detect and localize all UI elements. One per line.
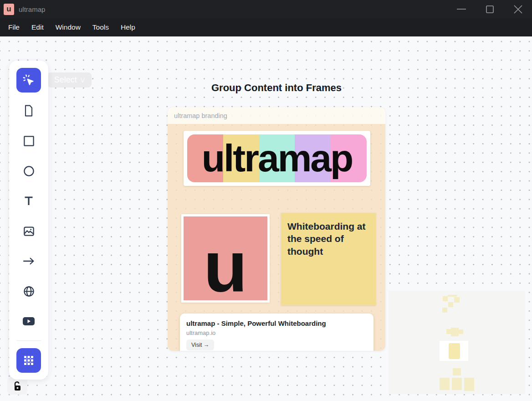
arrow-tool-button[interactable] [20, 252, 38, 270]
text-icon [23, 195, 34, 206]
whiteboard-canvas[interactable]: Select V [0, 36, 532, 401]
youtube-icon [22, 316, 36, 327]
link-preview-card[interactable]: ultramap - Simple, Powerful Whiteboardin… [180, 314, 373, 351]
select-tool-button[interactable] [16, 68, 41, 93]
mini-card-inner-shape [449, 343, 460, 359]
select-tool-tooltip: Select V [47, 72, 92, 87]
mini-sticky-shape [459, 329, 463, 334]
menu-tools[interactable]: Tools [87, 20, 115, 35]
mini-card-shape [440, 341, 468, 361]
mini-sticky-shape [451, 328, 459, 336]
close-button[interactable] [504, 0, 532, 18]
sticky-note[interactable]: Whiteboarding at the speed of thought [281, 213, 376, 305]
toolbar-divider [16, 340, 41, 341]
frame-partial-bottom-right[interactable] [389, 291, 525, 394]
frame-header: ultramap branding [168, 107, 385, 124]
rectangle-tool-button[interactable] [20, 132, 38, 150]
visit-button[interactable]: Visit → [186, 339, 214, 350]
mini-sticky-shape [448, 302, 453, 307]
image-tool-button[interactable] [20, 222, 38, 240]
video-tool-button[interactable] [20, 312, 38, 330]
titlebar[interactable]: u ultramap [0, 0, 532, 18]
document-icon [23, 104, 35, 117]
mini-sticky-shape [443, 296, 448, 301]
tool-palette [9, 61, 48, 380]
maximize-icon [486, 5, 494, 13]
circle-icon [23, 165, 35, 177]
mini-sticky-shape [440, 378, 450, 390]
templates-button[interactable] [16, 348, 41, 373]
logo-wordmark: ultramap [184, 134, 370, 182]
link-title: ultramap - Simple, Powerful Whiteboardin… [186, 319, 367, 327]
frame-label[interactable]: ultramap branding [174, 112, 227, 119]
rectangle-icon [23, 135, 35, 147]
text-tool-button[interactable] [20, 192, 38, 210]
tooltip-label: Select [54, 75, 77, 85]
globe-icon [23, 285, 35, 298]
menu-help[interactable]: Help [115, 20, 141, 35]
menu-window[interactable]: Window [50, 20, 87, 35]
mini-sticky-shape [442, 308, 447, 313]
mini-sticky-shape [464, 378, 474, 391]
web-embed-tool-button[interactable] [20, 282, 38, 300]
ellipse-tool-button[interactable] [20, 162, 38, 180]
arrow-icon [23, 256, 35, 266]
menu-file[interactable]: File [2, 20, 26, 35]
app-logo: u [4, 4, 14, 15]
app-title: ultramap [19, 5, 45, 13]
link-url: ultramap.io [186, 329, 367, 336]
logo-image-card[interactable]: ultramap [184, 131, 370, 186]
menubar: File Edit Window Tools Help [0, 18, 532, 36]
window-controls [447, 0, 532, 18]
document-tool-button[interactable] [20, 102, 38, 120]
lock-toggle[interactable] [7, 377, 27, 395]
close-icon [514, 5, 522, 14]
frame-ultramap-branding[interactable]: ultramap branding ultramap u Whiteboardi… [168, 107, 385, 351]
cursor-click-icon [22, 73, 36, 87]
mini-sticky-shape [453, 368, 461, 375]
template-grid-icon [23, 355, 35, 366]
u-logo-tile[interactable]: u [181, 214, 270, 303]
menu-edit[interactable]: Edit [26, 20, 50, 35]
mini-sticky-shape [454, 297, 460, 303]
canvas-heading-text[interactable]: Group Content into Frames [168, 82, 385, 94]
mini-sticky-shape [448, 295, 457, 297]
mini-sticky-shape [452, 378, 462, 390]
minimize-icon [457, 9, 466, 10]
tooltip-shortcut: V [81, 77, 85, 84]
maximize-button[interactable] [476, 0, 504, 18]
unlock-icon [13, 381, 22, 391]
image-icon [23, 225, 35, 237]
mini-sticky-shape [446, 329, 451, 334]
frame-body: ultramap u Whiteboarding at the speed of… [168, 124, 385, 351]
u-tile-letter: u [204, 233, 248, 299]
minimize-button[interactable] [447, 0, 476, 18]
